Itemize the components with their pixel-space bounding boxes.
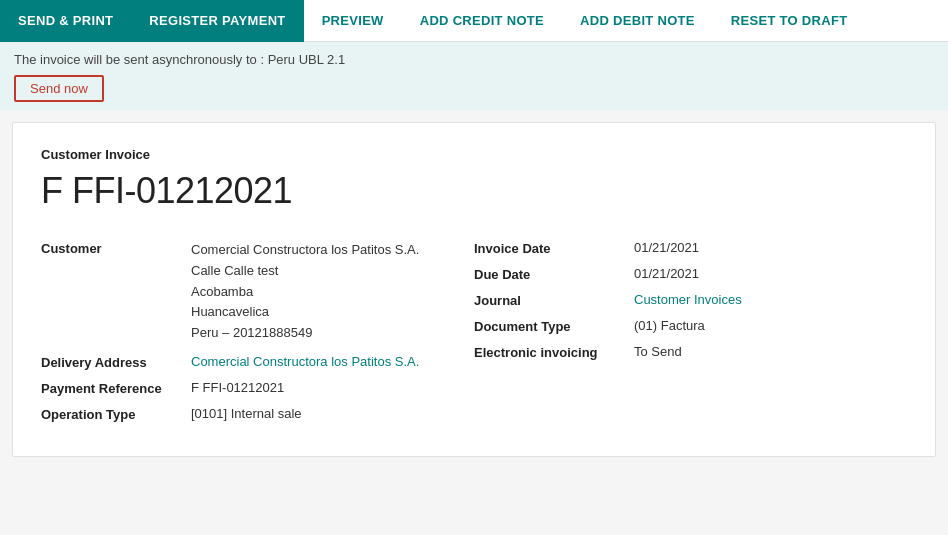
invoice-card: Customer Invoice F FFI-01212021 Customer…: [12, 122, 936, 457]
payment-reference-label: Payment Reference: [41, 380, 191, 396]
customer-value: Comercial Constructora los Patitos S.A. …: [191, 240, 419, 344]
address-line-2: Acobamba: [191, 282, 419, 303]
operation-type-label: Operation Type: [41, 406, 191, 422]
journal-field-row: Journal Customer Invoices: [474, 292, 887, 308]
electronic-invoicing-value: To Send: [634, 344, 682, 359]
document-type-value: (01) Factura: [634, 318, 705, 333]
payment-reference-field-row: Payment Reference F FFI-01212021: [41, 380, 454, 396]
reset-to-draft-button[interactable]: RESET TO DRAFT: [713, 0, 866, 42]
delivery-address-field-row: Delivery Address Comercial Constructora …: [41, 354, 454, 370]
address-line-4: Peru – 20121888549: [191, 323, 419, 344]
invoice-date-value: 01/21/2021: [634, 240, 699, 255]
info-message: The invoice will be sent asynchronously …: [14, 52, 934, 67]
left-fields: Customer Comercial Constructora los Pati…: [41, 240, 474, 432]
add-debit-note-button[interactable]: ADD DEBIT NOTE: [562, 0, 713, 42]
delivery-address-label: Delivery Address: [41, 354, 191, 370]
doc-type-label: Customer Invoice: [41, 147, 907, 162]
customer-link[interactable]: Comercial Constructora los Patitos S.A.: [191, 240, 419, 261]
electronic-invoicing-field-row: Electronic invoicing To Send: [474, 344, 887, 360]
add-credit-note-button[interactable]: ADD CREDIT NOTE: [402, 0, 562, 42]
customer-field-row: Customer Comercial Constructora los Pati…: [41, 240, 454, 344]
send-now-button[interactable]: Send now: [14, 75, 104, 102]
preview-button[interactable]: PREVIEW: [304, 0, 402, 42]
journal-label: Journal: [474, 292, 634, 308]
document-type-field-row: Document Type (01) Factura: [474, 318, 887, 334]
invoice-number: F FFI-01212021: [41, 170, 907, 212]
payment-reference-value: F FFI-01212021: [191, 380, 284, 395]
operation-type-value: [0101] Internal sale: [191, 406, 302, 421]
invoice-date-field-row: Invoice Date 01/21/2021: [474, 240, 887, 256]
customer-label: Customer: [41, 240, 191, 256]
journal-value[interactable]: Customer Invoices: [634, 292, 742, 307]
due-date-label: Due Date: [474, 266, 634, 282]
register-payment-button[interactable]: REGISTER PAYMENT: [131, 0, 303, 42]
electronic-invoicing-label: Electronic invoicing: [474, 344, 634, 360]
send-print-button[interactable]: SEND & PRINT: [0, 0, 131, 42]
address-line-3: Huancavelica: [191, 302, 419, 323]
info-banner: The invoice will be sent asynchronously …: [0, 42, 948, 110]
due-date-field-row: Due Date 01/21/2021: [474, 266, 887, 282]
due-date-value: 01/21/2021: [634, 266, 699, 281]
invoice-date-label: Invoice Date: [474, 240, 634, 256]
right-fields: Invoice Date 01/21/2021 Due Date 01/21/2…: [474, 240, 907, 432]
main-toolbar: SEND & PRINT REGISTER PAYMENT PREVIEW AD…: [0, 0, 948, 42]
fields-grid: Customer Comercial Constructora los Pati…: [41, 240, 907, 432]
document-type-label: Document Type: [474, 318, 634, 334]
operation-type-field-row: Operation Type [0101] Internal sale: [41, 406, 454, 422]
address-line-1: Calle Calle test: [191, 261, 419, 282]
delivery-address-value[interactable]: Comercial Constructora los Patitos S.A.: [191, 354, 419, 369]
